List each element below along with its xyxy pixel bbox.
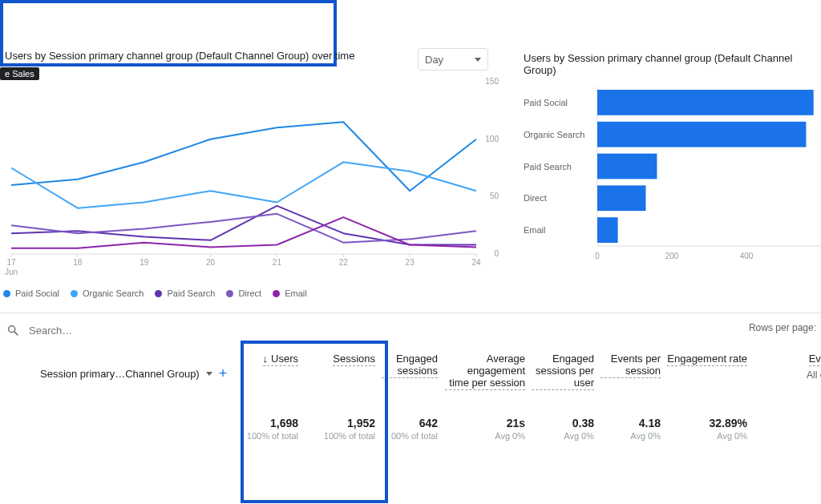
total-pct: 100% of total xyxy=(242,431,298,441)
rows-per-page-label: Rows per page: xyxy=(749,322,816,333)
svg-text:150: 150 xyxy=(485,77,499,86)
column-header-avg_et[interactable]: Average engagement time per session xyxy=(445,353,525,390)
legend-swatch xyxy=(3,290,10,297)
svg-text:0: 0 xyxy=(494,249,499,258)
column-header-label: Sessions xyxy=(333,353,375,366)
svg-text:Paid Social: Paid Social xyxy=(524,98,568,107)
legend-swatch xyxy=(226,290,233,297)
total-pct: 100% of total xyxy=(315,431,375,441)
svg-rect-24 xyxy=(597,90,814,115)
total-pct: 100% xyxy=(763,418,821,428)
column-header-ec[interactable]: Event cAll event xyxy=(763,353,821,381)
svg-rect-26 xyxy=(597,122,806,147)
total-value: 1,698 xyxy=(242,417,298,429)
column-header-label: Event c xyxy=(809,353,821,366)
total-esu: 0.38Avg 0% xyxy=(532,417,594,441)
column-header-label: Events per session xyxy=(601,353,661,378)
search-icon xyxy=(6,324,19,337)
total-eps: 4.18Avg 0% xyxy=(601,417,661,441)
legend-label: Paid Search xyxy=(167,288,215,298)
legend-item[interactable]: Paid Social xyxy=(3,288,59,298)
total-value: 32.89% xyxy=(667,417,747,429)
total-value: 21s xyxy=(445,417,525,429)
total-er: 32.89%Avg 0% xyxy=(667,417,747,441)
total-pct: 00% of total xyxy=(382,431,438,441)
legend-swatch xyxy=(155,290,162,297)
legend-swatch xyxy=(71,290,78,297)
total-value: 1,952 xyxy=(315,417,375,429)
column-header-eng_sess[interactable]: Engaged sessions xyxy=(382,353,438,378)
svg-text:Direct: Direct xyxy=(524,193,547,203)
svg-text:Paid Search: Paid Search xyxy=(524,162,572,171)
line-chart-legend: Paid SocialOrganic SearchPaid SearchDire… xyxy=(3,288,307,298)
svg-text:200: 200 xyxy=(665,252,679,260)
svg-text:Jun: Jun xyxy=(5,268,18,276)
column-header-users[interactable]: ↓Users xyxy=(242,353,298,366)
total-value: 642 xyxy=(382,417,438,429)
legend-item[interactable]: Organic Search xyxy=(71,288,144,298)
chevron-down-icon xyxy=(475,58,481,62)
bar-chart-title: Users by Session primary channel group (… xyxy=(524,52,821,76)
column-header-label: Engagement rate xyxy=(667,353,747,366)
legend-label: Organic Search xyxy=(83,288,144,298)
search-input[interactable] xyxy=(27,324,191,337)
svg-line-38 xyxy=(14,332,18,335)
svg-text:20: 20 xyxy=(206,258,216,267)
total-avg_et: 21sAvg 0% xyxy=(445,417,525,441)
column-header-esu[interactable]: Engaged sessions per user xyxy=(532,353,594,390)
metric-headers: ↓UsersSessionsEngaged sessionsAverage en… xyxy=(0,353,821,409)
svg-point-37 xyxy=(9,326,15,333)
legend-label: Paid Social xyxy=(15,288,59,298)
total-users: 1,698100% of total xyxy=(242,417,298,441)
svg-text:17: 17 xyxy=(6,258,16,267)
svg-text:400: 400 xyxy=(740,252,754,260)
sort-arrow-icon: ↓ xyxy=(263,353,269,365)
total-pct: Avg 0% xyxy=(532,431,594,441)
svg-text:100: 100 xyxy=(485,135,499,143)
legend-item[interactable]: Email xyxy=(273,288,307,298)
totals-row: 1,698100% of total1,952100% of total6420… xyxy=(0,417,821,449)
column-header-label: Average engagement time per session xyxy=(445,353,525,390)
granularity-dropdown[interactable]: Day xyxy=(418,48,488,71)
svg-text:23: 23 xyxy=(406,258,415,267)
svg-text:50: 50 xyxy=(490,192,499,200)
column-header-eps[interactable]: Events per session xyxy=(601,353,661,378)
column-header-sessions[interactable]: Sessions xyxy=(315,353,375,366)
total-value: 0.38 xyxy=(532,417,594,429)
legend-swatch xyxy=(273,290,280,297)
total-eng_sess: 64200% of total xyxy=(382,417,438,441)
total-sessions: 1,952100% of total xyxy=(315,417,375,441)
total-pct: Avg 0% xyxy=(667,431,747,441)
total-pct: Avg 0% xyxy=(445,431,525,441)
bar-chart: Paid SocialOrganic SearchPaid SearchDire… xyxy=(524,80,821,268)
legend-label: Email xyxy=(285,288,307,298)
svg-rect-30 xyxy=(597,185,645,211)
svg-text:18: 18 xyxy=(73,258,83,267)
column-header-label: ↓Users xyxy=(263,353,298,366)
svg-text:19: 19 xyxy=(140,258,149,267)
legend-item[interactable]: Paid Search xyxy=(155,288,215,298)
legend-label: Direct xyxy=(238,288,261,298)
svg-rect-28 xyxy=(597,154,657,179)
total-value: 4.18 xyxy=(601,417,661,429)
line-chart-title: Users by Session primary channel group (… xyxy=(5,50,354,62)
column-header-sub: All event xyxy=(763,369,821,381)
svg-text:22: 22 xyxy=(339,258,349,267)
svg-text:24: 24 xyxy=(471,258,481,267)
granularity-selected: Day xyxy=(425,54,443,66)
column-header-label: Engaged sessions xyxy=(382,353,438,378)
svg-text:0: 0 xyxy=(595,252,600,260)
column-header-er[interactable]: Engagement rate xyxy=(667,353,747,366)
total-ec: 100% xyxy=(763,417,821,428)
line-chart: 0501001501718192021222324Jun xyxy=(3,74,500,278)
total-pct: Avg 0% xyxy=(601,431,661,441)
search-row xyxy=(6,319,821,341)
divider xyxy=(0,312,821,313)
svg-text:Organic Search: Organic Search xyxy=(524,130,584,139)
legend-item[interactable]: Direct xyxy=(226,288,261,298)
svg-text:Email: Email xyxy=(524,225,546,235)
column-header-label: Engaged sessions per user xyxy=(532,353,594,390)
svg-rect-32 xyxy=(597,217,618,243)
svg-text:21: 21 xyxy=(273,258,282,267)
